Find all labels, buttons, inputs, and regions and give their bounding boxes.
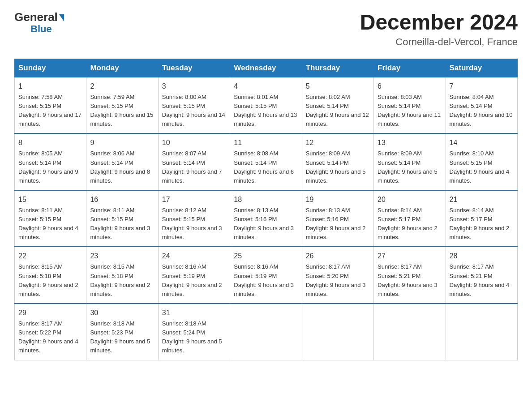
day-info: Sunrise: 8:15 AMSunset: 5:18 PMDaylight:… xyxy=(18,263,78,297)
title-area: December 2024 Corneilla-del-Vercol, Fran… xyxy=(360,11,518,48)
day-number: 30 xyxy=(90,308,154,318)
day-info: Sunrise: 8:09 AMSunset: 5:14 PMDaylight:… xyxy=(378,150,438,184)
calendar-cell: 30Sunrise: 8:18 AMSunset: 5:23 PMDayligh… xyxy=(86,304,158,360)
calendar-table: Sunday Monday Tuesday Wednesday Thursday… xyxy=(14,59,518,360)
day-number: 26 xyxy=(306,251,370,261)
day-info: Sunrise: 8:18 AMSunset: 5:24 PMDaylight:… xyxy=(162,320,222,354)
day-number: 7 xyxy=(450,81,514,92)
calendar-cell: 25Sunrise: 8:16 AMSunset: 5:19 PMDayligh… xyxy=(230,247,302,304)
day-info: Sunrise: 8:13 AMSunset: 5:16 PMDaylight:… xyxy=(234,207,294,240)
logo-triangle-icon xyxy=(59,14,64,21)
day-number: 9 xyxy=(90,137,154,148)
day-info: Sunrise: 8:11 AMSunset: 5:15 PMDaylight:… xyxy=(18,207,78,240)
day-info: Sunrise: 8:03 AMSunset: 5:14 PMDaylight:… xyxy=(378,94,441,127)
page-header: General Blue December 2024 Corneilla-del… xyxy=(14,11,518,48)
day-number: 14 xyxy=(450,137,514,148)
calendar-week-row: 22Sunrise: 8:15 AMSunset: 5:18 PMDayligh… xyxy=(15,247,518,304)
day-info: Sunrise: 8:18 AMSunset: 5:23 PMDaylight:… xyxy=(90,320,150,354)
month-title: December 2024 xyxy=(360,11,518,34)
day-info: Sunrise: 8:04 AMSunset: 5:14 PMDaylight:… xyxy=(450,94,513,127)
day-number: 3 xyxy=(162,81,226,92)
calendar-cell: 17Sunrise: 8:12 AMSunset: 5:15 PMDayligh… xyxy=(158,190,230,247)
day-info: Sunrise: 7:58 AMSunset: 5:15 PMDaylight:… xyxy=(18,94,82,127)
calendar-header: Sunday Monday Tuesday Wednesday Thursday… xyxy=(15,59,518,77)
day-number: 5 xyxy=(306,81,370,92)
day-info: Sunrise: 8:00 AMSunset: 5:15 PMDaylight:… xyxy=(162,94,225,127)
day-number: 25 xyxy=(234,251,298,261)
col-friday: Friday xyxy=(374,59,446,77)
calendar-cell: 7Sunrise: 8:04 AMSunset: 5:14 PMDaylight… xyxy=(446,77,517,133)
day-info: Sunrise: 8:17 AMSunset: 5:21 PMDaylight:… xyxy=(378,263,438,297)
day-number: 16 xyxy=(90,194,154,205)
calendar-cell: 2Sunrise: 7:59 AMSunset: 5:15 PMDaylight… xyxy=(86,77,158,133)
calendar-cell: 23Sunrise: 8:15 AMSunset: 5:18 PMDayligh… xyxy=(86,247,158,304)
calendar-cell: 31Sunrise: 8:18 AMSunset: 5:24 PMDayligh… xyxy=(158,304,230,360)
day-info: Sunrise: 8:11 AMSunset: 5:15 PMDaylight:… xyxy=(90,207,150,240)
header-row: Sunday Monday Tuesday Wednesday Thursday… xyxy=(15,59,518,77)
col-saturday: Saturday xyxy=(446,59,517,77)
calendar-cell: 4Sunrise: 8:01 AMSunset: 5:15 PMDaylight… xyxy=(230,77,302,133)
calendar-cell: 22Sunrise: 8:15 AMSunset: 5:18 PMDayligh… xyxy=(15,247,86,304)
day-number: 15 xyxy=(18,194,82,205)
col-tuesday: Tuesday xyxy=(158,59,230,77)
day-number: 8 xyxy=(18,137,82,148)
day-number: 4 xyxy=(234,81,298,92)
calendar-cell: 15Sunrise: 8:11 AMSunset: 5:15 PMDayligh… xyxy=(15,190,86,247)
calendar-week-row: 1Sunrise: 7:58 AMSunset: 5:15 PMDaylight… xyxy=(15,77,518,133)
location: Corneilla-del-Vercol, France xyxy=(360,36,518,48)
calendar-week-row: 29Sunrise: 8:17 AMSunset: 5:22 PMDayligh… xyxy=(15,304,518,360)
calendar-week-row: 8Sunrise: 8:05 AMSunset: 5:14 PMDaylight… xyxy=(15,133,518,190)
col-wednesday: Wednesday xyxy=(230,59,302,77)
day-info: Sunrise: 8:01 AMSunset: 5:15 PMDaylight:… xyxy=(234,94,297,127)
day-info: Sunrise: 8:16 AMSunset: 5:19 PMDaylight:… xyxy=(162,263,222,297)
day-info: Sunrise: 8:09 AMSunset: 5:14 PMDaylight:… xyxy=(306,150,366,184)
calendar-cell: 29Sunrise: 8:17 AMSunset: 5:22 PMDayligh… xyxy=(15,304,86,360)
day-number: 11 xyxy=(234,137,298,148)
day-number: 31 xyxy=(162,308,226,318)
day-number: 28 xyxy=(450,251,514,261)
calendar-cell: 5Sunrise: 8:02 AMSunset: 5:14 PMDaylight… xyxy=(302,77,373,133)
day-info: Sunrise: 8:15 AMSunset: 5:18 PMDaylight:… xyxy=(90,263,150,297)
day-info: Sunrise: 8:02 AMSunset: 5:14 PMDaylight:… xyxy=(306,94,369,127)
calendar-cell: 18Sunrise: 8:13 AMSunset: 5:16 PMDayligh… xyxy=(230,190,302,247)
day-number: 20 xyxy=(378,194,442,205)
calendar-cell: 21Sunrise: 8:14 AMSunset: 5:17 PMDayligh… xyxy=(446,190,517,247)
calendar-cell: 24Sunrise: 8:16 AMSunset: 5:19 PMDayligh… xyxy=(158,247,230,304)
day-number: 1 xyxy=(18,81,82,92)
calendar-cell xyxy=(302,304,373,360)
calendar-cell: 20Sunrise: 8:14 AMSunset: 5:17 PMDayligh… xyxy=(374,190,446,247)
day-number: 27 xyxy=(378,251,442,261)
calendar-body: 1Sunrise: 7:58 AMSunset: 5:15 PMDaylight… xyxy=(15,77,518,360)
day-number: 23 xyxy=(90,251,154,261)
calendar-week-row: 15Sunrise: 8:11 AMSunset: 5:15 PMDayligh… xyxy=(15,190,518,247)
calendar-cell: 26Sunrise: 8:17 AMSunset: 5:20 PMDayligh… xyxy=(302,247,373,304)
day-number: 13 xyxy=(378,137,442,148)
day-info: Sunrise: 8:14 AMSunset: 5:17 PMDaylight:… xyxy=(450,207,510,240)
day-number: 2 xyxy=(90,81,154,92)
day-number: 18 xyxy=(234,194,298,205)
col-monday: Monday xyxy=(86,59,158,77)
day-info: Sunrise: 8:12 AMSunset: 5:15 PMDaylight:… xyxy=(162,207,222,240)
day-info: Sunrise: 8:06 AMSunset: 5:14 PMDaylight:… xyxy=(90,150,150,184)
calendar-cell xyxy=(230,304,302,360)
day-number: 6 xyxy=(378,81,442,92)
calendar-cell: 27Sunrise: 8:17 AMSunset: 5:21 PMDayligh… xyxy=(374,247,446,304)
calendar-cell: 6Sunrise: 8:03 AMSunset: 5:14 PMDaylight… xyxy=(374,77,446,133)
day-info: Sunrise: 8:16 AMSunset: 5:19 PMDaylight:… xyxy=(234,263,294,297)
day-info: Sunrise: 7:59 AMSunset: 5:15 PMDaylight:… xyxy=(90,94,153,127)
day-info: Sunrise: 8:14 AMSunset: 5:17 PMDaylight:… xyxy=(378,207,438,240)
calendar-cell: 11Sunrise: 8:08 AMSunset: 5:14 PMDayligh… xyxy=(230,133,302,190)
day-info: Sunrise: 8:13 AMSunset: 5:16 PMDaylight:… xyxy=(306,207,366,240)
day-number: 17 xyxy=(162,194,226,205)
day-number: 22 xyxy=(18,251,82,261)
day-info: Sunrise: 8:17 AMSunset: 5:21 PMDaylight:… xyxy=(450,263,510,297)
day-info: Sunrise: 8:07 AMSunset: 5:14 PMDaylight:… xyxy=(162,150,222,184)
logo: General Blue xyxy=(14,11,64,34)
day-number: 29 xyxy=(18,308,82,318)
day-info: Sunrise: 8:10 AMSunset: 5:15 PMDaylight:… xyxy=(450,150,510,184)
logo-general-text: General xyxy=(14,11,58,24)
calendar-cell: 12Sunrise: 8:09 AMSunset: 5:14 PMDayligh… xyxy=(302,133,373,190)
day-number: 12 xyxy=(306,137,370,148)
col-sunday: Sunday xyxy=(15,59,86,77)
day-info: Sunrise: 8:05 AMSunset: 5:14 PMDaylight:… xyxy=(18,150,78,184)
